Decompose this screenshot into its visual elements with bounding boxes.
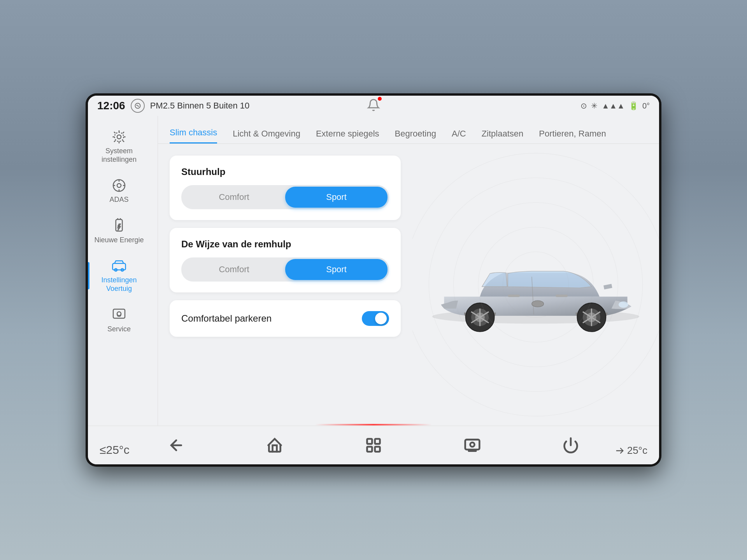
svg-rect-42 xyxy=(367,447,372,452)
sidebar-systeem-label: Systeeminstellingen xyxy=(102,147,137,164)
svg-point-2 xyxy=(114,132,123,141)
temp-right-value: 25°c xyxy=(627,444,647,457)
ripple-background xyxy=(412,144,659,425)
bottom-nav: ≤25°c xyxy=(88,425,659,464)
temp-status: 0° xyxy=(642,102,650,110)
svg-rect-43 xyxy=(375,447,380,452)
sidebar-item-energie-wrapper: Nieuwe Energie xyxy=(88,213,158,250)
status-left: 12:06 PM2.5 Binnen 5 Buiten 10 xyxy=(97,99,249,113)
nav-recent-button[interactable] xyxy=(365,437,382,454)
svg-rect-15 xyxy=(113,309,125,318)
remhulp-title: De Wijze van de remhulp xyxy=(181,239,389,250)
remhulp-toggle-group[interactable]: Comfort Sport xyxy=(181,257,389,282)
sidebar-voertuig-label: InstellingenVoertuig xyxy=(101,276,137,293)
sidebar-item-voertuig[interactable]: InstellingenVoertuig xyxy=(88,253,150,298)
nav-back-button[interactable] xyxy=(168,437,185,454)
sidebar-item-systeem[interactable]: Systeeminstellingen xyxy=(88,124,150,169)
air-quality-text: PM2.5 Binnen 5 Buiten 10 xyxy=(150,101,250,111)
notification-bell[interactable] xyxy=(367,98,380,113)
notification-dot xyxy=(378,97,382,101)
sidebar-item-service[interactable]: Service xyxy=(88,302,150,339)
svg-point-17 xyxy=(503,252,568,317)
remhulp-card: De Wijze van de remhulp Comfort Sport xyxy=(170,228,401,292)
remhulp-sport-option[interactable]: Sport xyxy=(285,259,388,280)
content-area: Slim chassis Licht & Omgeving Externe sp… xyxy=(158,116,659,425)
tab-ac[interactable]: A/C xyxy=(452,129,466,144)
sidebar-item-adas-wrapper: ADAS xyxy=(88,172,158,210)
sidebar-item-adas[interactable]: ADAS xyxy=(88,172,150,210)
content-panels: Stuurhulp Comfort Sport De Wijze van de … xyxy=(158,144,659,425)
stuurhulp-title: Stuurhulp xyxy=(181,166,389,177)
signal-icon: ▲▲▲ xyxy=(601,102,624,110)
tab-portieren-ramen[interactable]: Portieren, Ramen xyxy=(539,129,606,144)
svg-point-18 xyxy=(478,227,593,342)
svg-point-21 xyxy=(412,153,659,416)
tab-bar: Slim chassis Licht & Omgeving Externe sp… xyxy=(158,116,659,144)
sidebar-item-voertuig-wrapper: InstellingenVoertuig xyxy=(88,253,158,298)
sidebar-adas-label: ADAS xyxy=(109,196,128,204)
bluetooth-icon: ✳ xyxy=(591,101,598,110)
nav-mirror-button[interactable] xyxy=(464,437,481,454)
screen-bezel: 12:06 PM2.5 Binnen 5 Buiten 10 xyxy=(86,93,661,467)
sidebar: Systeeminstellingen ADAS xyxy=(88,116,158,425)
parkeren-card: Comfortabel parkeren xyxy=(170,300,401,337)
parkeren-row: Comfortabel parkeren xyxy=(181,311,389,326)
parkeren-label: Comfortabel parkeren xyxy=(181,313,272,324)
svg-point-1 xyxy=(117,135,121,139)
wifi-icon: ⊙ xyxy=(580,101,587,110)
tab-externe-spiegels[interactable]: Externe spiegels xyxy=(316,129,379,144)
car-image-area xyxy=(412,144,659,425)
status-bar: 12:06 PM2.5 Binnen 5 Buiten 10 xyxy=(88,96,659,116)
tab-slim-chassis[interactable]: Slim chassis xyxy=(170,128,217,144)
temp-left-value: ≤25°c xyxy=(100,443,130,456)
sidebar-item-service-wrapper: Service xyxy=(88,302,158,339)
screen: 12:06 PM2.5 Binnen 5 Buiten 10 xyxy=(88,96,659,464)
nav-home-button[interactable] xyxy=(266,437,283,454)
stuurhulp-toggle-group[interactable]: Comfort Sport xyxy=(181,185,389,209)
stuurhulp-sport-option[interactable]: Sport xyxy=(285,187,388,208)
remhulp-comfort-option[interactable]: Comfort xyxy=(183,259,285,280)
tab-begroeting[interactable]: Begroeting xyxy=(395,129,436,144)
air-quality-icon xyxy=(131,99,145,113)
status-right: ⊙ ✳ ▲▲▲ 🔋 0° xyxy=(580,101,650,110)
active-indicator xyxy=(88,262,89,289)
sidebar-service-label: Service xyxy=(107,325,131,334)
svg-rect-41 xyxy=(375,439,380,444)
status-time: 12:06 xyxy=(97,100,125,112)
sidebar-energie-label: Nieuwe Energie xyxy=(94,236,144,245)
bell-wrapper xyxy=(367,98,380,113)
sidebar-item-systeem-wrapper: Systeeminstellingen xyxy=(88,124,158,169)
parkeren-toggle[interactable] xyxy=(362,311,389,326)
svg-point-45 xyxy=(470,443,474,447)
stuurhulp-comfort-option[interactable]: Comfort xyxy=(183,187,285,208)
settings-panel: Stuurhulp Comfort Sport De Wijze van de … xyxy=(158,144,412,425)
temp-right: 25°c xyxy=(614,444,647,457)
stuurhulp-card: Stuurhulp Comfort Sport xyxy=(170,156,401,220)
nav-power-button[interactable] xyxy=(562,437,579,454)
temp-left: ≤25°c xyxy=(100,443,130,457)
temp-arrow-icon xyxy=(614,445,625,456)
svg-rect-44 xyxy=(465,439,479,450)
tab-zitplaatsen[interactable]: Zitplaatsen xyxy=(482,129,524,144)
svg-point-4 xyxy=(117,184,121,187)
svg-point-20 xyxy=(429,178,642,391)
svg-rect-40 xyxy=(367,439,372,444)
sidebar-item-energie[interactable]: Nieuwe Energie xyxy=(88,213,150,250)
battery-icon: 🔋 xyxy=(629,101,638,110)
main-area: Systeeminstellingen ADAS xyxy=(88,116,659,425)
tab-licht-omgeving[interactable]: Licht & Omgeving xyxy=(233,129,300,144)
